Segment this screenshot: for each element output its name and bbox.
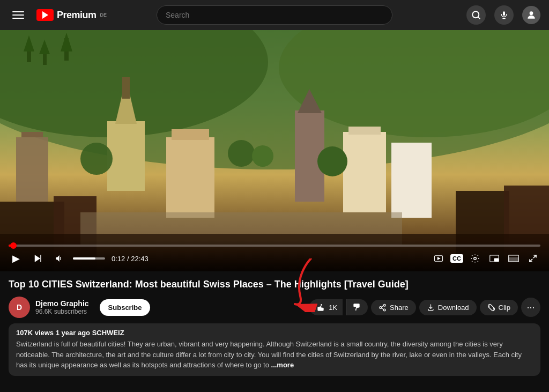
volume-button[interactable]: [51, 251, 66, 266]
like-button[interactable]: 1K: [309, 299, 343, 315]
subscribe-button[interactable]: Subscribe: [100, 299, 151, 316]
logo-text: Premium: [57, 10, 97, 21]
next-button[interactable]: [30, 251, 45, 266]
youtube-icon: [36, 9, 54, 21]
fullscreen-button[interactable]: [525, 251, 540, 266]
progress-bar[interactable]: [9, 245, 540, 247]
svg-marker-40: [56, 255, 60, 262]
video-title: Top 10 CITIES Switzerland: Most beautifu…: [9, 278, 540, 291]
controls-row: ▶ 0:12 / 22:43: [9, 251, 540, 266]
svg-rect-47: [509, 257, 518, 262]
logo[interactable]: PremiumDE: [36, 9, 107, 21]
svg-rect-17: [21, 132, 43, 137]
search-button[interactable]: [466, 5, 486, 25]
theater-button[interactable]: [506, 251, 521, 266]
settings-button[interactable]: [468, 251, 483, 266]
play-button[interactable]: ▶: [9, 251, 24, 266]
description-text: Switzerland is full of beautiful cities!…: [16, 339, 533, 371]
live-button[interactable]: [431, 251, 446, 266]
channel-row: D Djemo Graphic 96.6K subscribers Subscr…: [9, 297, 540, 318]
description-section: 107K views 1 year ago SCHWEIZ Switzerlan…: [9, 323, 540, 376]
search-bar[interactable]: [157, 5, 392, 25]
search-input[interactable]: [157, 11, 392, 19]
channel-info: Djemo Graphic 96.6K subscribers: [35, 299, 89, 315]
svg-rect-27: [391, 143, 432, 218]
progress-dot: [10, 242, 17, 249]
share-label: Share: [390, 304, 409, 312]
svg-rect-2: [503, 11, 505, 16]
description-meta: 107K views 1 year ago SCHWEIZ: [16, 329, 533, 337]
dislike-button[interactable]: [346, 299, 368, 315]
svg-rect-18: [107, 121, 145, 191]
info-section: Top 10 CITIES Switzerland: Most beautifu…: [0, 271, 549, 318]
svg-marker-38: [35, 255, 41, 262]
svg-rect-20: [122, 77, 130, 99]
description-more-link[interactable]: ...more: [271, 361, 294, 369]
svg-point-34: [252, 145, 273, 167]
action-buttons: 1K Share Download: [309, 298, 540, 317]
svg-point-35: [317, 146, 347, 176]
subtitles-button[interactable]: CC: [450, 254, 463, 263]
header-right: [433, 5, 540, 25]
svg-point-32: [80, 143, 113, 175]
svg-marker-42: [437, 257, 441, 260]
svg-line-54: [381, 306, 383, 307]
header-center: [116, 5, 433, 25]
share-button[interactable]: Share: [371, 300, 416, 315]
clip-label: Clip: [499, 304, 510, 312]
volume-fill: [73, 257, 95, 260]
logo-badge: DE: [100, 12, 107, 18]
video-player[interactable]: ▶ 0:12 / 22:43: [0, 30, 549, 271]
svg-line-53: [381, 308, 383, 309]
time-total: 22:43: [131, 255, 149, 263]
time-current: 0:12: [112, 255, 125, 263]
svg-rect-26: [348, 127, 381, 135]
svg-point-33: [228, 140, 255, 167]
microphone-button[interactable]: [494, 5, 514, 25]
svg-point-5: [530, 11, 533, 15]
svg-rect-45: [494, 258, 499, 261]
controls-right: CC: [431, 251, 540, 266]
hamburger-icon: [12, 11, 24, 19]
svg-point-43: [474, 257, 477, 260]
more-options-button[interactable]: ···: [521, 298, 540, 317]
cityscape-svg: [0, 30, 549, 271]
time-display: 0:12 / 22:43: [112, 255, 149, 263]
like-count: 1K: [329, 304, 337, 312]
channel-left: D Djemo Graphic 96.6K subscribers Subscr…: [9, 297, 150, 318]
svg-rect-22: [172, 129, 209, 140]
download-label: Download: [438, 304, 469, 312]
svg-rect-21: [166, 137, 214, 218]
video-background: [0, 30, 549, 271]
description-body: Switzerland is full of beautiful cities!…: [16, 340, 522, 369]
svg-rect-25: [343, 132, 386, 212]
header-left: PremiumDE: [9, 5, 116, 25]
controls-left: ▶ 0:12 / 22:43: [9, 251, 149, 266]
channel-name: Djemo Graphic: [35, 299, 89, 308]
volume-slider[interactable]: [73, 257, 105, 260]
svg-rect-39: [40, 255, 41, 262]
svg-rect-16: [16, 137, 48, 202]
clip-button[interactable]: Clip: [480, 300, 518, 315]
channel-avatar[interactable]: D: [9, 297, 30, 318]
video-controls: ▶ 0:12 / 22:43: [0, 240, 549, 271]
miniplayer-button[interactable]: [487, 251, 502, 266]
hamburger-menu-button[interactable]: [9, 5, 28, 25]
download-button[interactable]: Download: [419, 300, 477, 315]
svg-line-1: [478, 17, 479, 18]
header: PremiumDE: [0, 0, 549, 30]
avatar[interactable]: [522, 6, 540, 24]
channel-subscribers: 96.6K subscribers: [35, 308, 89, 315]
